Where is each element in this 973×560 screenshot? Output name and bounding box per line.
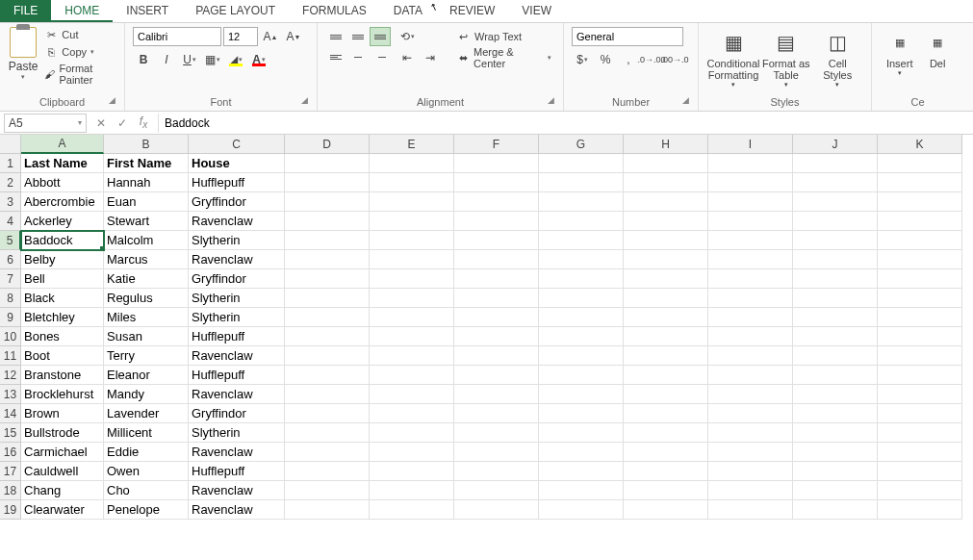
- cell-E4[interactable]: [370, 212, 454, 231]
- cell-D11[interactable]: [285, 346, 370, 366]
- cell-J7[interactable]: [793, 269, 878, 289]
- cell-D8[interactable]: [285, 289, 370, 308]
- cell-I2[interactable]: [708, 173, 793, 192]
- cell-G11[interactable]: [539, 346, 624, 366]
- decrease-indent-button[interactable]: ⇤: [397, 48, 418, 67]
- cell-G15[interactable]: [539, 423, 624, 443]
- cell-H16[interactable]: [624, 443, 708, 462]
- cell-E9[interactable]: [370, 308, 454, 327]
- cell-H4[interactable]: [624, 212, 708, 231]
- cell-H7[interactable]: [624, 269, 708, 289]
- cell-F5[interactable]: [454, 231, 539, 250]
- cell-G5[interactable]: [539, 231, 624, 250]
- cell-E5[interactable]: [370, 231, 454, 250]
- cell-F17[interactable]: [454, 462, 539, 481]
- cell-F18[interactable]: [454, 481, 539, 500]
- cell-B11[interactable]: Terry: [104, 346, 189, 366]
- cell-D5[interactable]: [285, 231, 370, 250]
- cell-G9[interactable]: [539, 308, 624, 327]
- cell-J19[interactable]: [793, 500, 878, 520]
- align-top-button[interactable]: [325, 27, 346, 46]
- cell-B10[interactable]: Susan: [104, 327, 189, 346]
- cell-K7[interactable]: [878, 269, 962, 289]
- cell-J16[interactable]: [793, 443, 878, 462]
- cell-A11[interactable]: Boot: [21, 346, 104, 366]
- cell-D12[interactable]: [285, 366, 370, 385]
- cell-E7[interactable]: [370, 269, 454, 289]
- row-header-5[interactable]: 5: [0, 231, 21, 250]
- cell-I4[interactable]: [708, 212, 793, 231]
- decrease-font-button[interactable]: A▼: [283, 27, 304, 46]
- cell-C19[interactable]: Ravenclaw: [189, 500, 285, 520]
- cell-H1[interactable]: [624, 154, 708, 173]
- row-header-18[interactable]: 18: [0, 481, 21, 500]
- cell-E1[interactable]: [370, 154, 454, 173]
- cell-F11[interactable]: [454, 346, 539, 366]
- cell-J11[interactable]: [793, 346, 878, 366]
- cell-J14[interactable]: [793, 404, 878, 423]
- cell-J2[interactable]: [793, 173, 878, 192]
- cell-K2[interactable]: [878, 173, 962, 192]
- cell-C15[interactable]: Slytherin: [189, 423, 285, 443]
- cell-B2[interactable]: Hannah: [104, 173, 189, 192]
- column-header-F[interactable]: F: [454, 135, 539, 154]
- format-painter-button[interactable]: 🖌 Format Painter: [42, 62, 116, 87]
- cell-F10[interactable]: [454, 327, 539, 346]
- cell-G7[interactable]: [539, 269, 624, 289]
- cell-J5[interactable]: [793, 231, 878, 250]
- font-name-combo[interactable]: [133, 27, 221, 46]
- font-color-button[interactable]: A: [248, 50, 269, 69]
- underline-button[interactable]: U: [179, 50, 200, 69]
- cell-F7[interactable]: [454, 269, 539, 289]
- row-header-8[interactable]: 8: [0, 289, 21, 308]
- cell-E13[interactable]: [370, 385, 454, 404]
- select-all-corner[interactable]: [0, 135, 21, 154]
- cell-K18[interactable]: [878, 481, 962, 500]
- cell-F2[interactable]: [454, 173, 539, 192]
- cell-E17[interactable]: [370, 462, 454, 481]
- cell-A18[interactable]: Chang: [21, 481, 104, 500]
- cell-A2[interactable]: Abbott: [21, 173, 104, 192]
- column-header-H[interactable]: H: [624, 135, 708, 154]
- cell-D13[interactable]: [285, 385, 370, 404]
- row-header-10[interactable]: 10: [0, 327, 21, 346]
- cell-J10[interactable]: [793, 327, 878, 346]
- bold-button[interactable]: B: [133, 50, 154, 69]
- cell-E3[interactable]: [370, 192, 454, 212]
- cell-K3[interactable]: [878, 192, 962, 212]
- cell-H3[interactable]: [624, 192, 708, 212]
- cell-G10[interactable]: [539, 327, 624, 346]
- cell-I15[interactable]: [708, 423, 793, 443]
- increase-indent-button[interactable]: ⇥: [420, 48, 441, 67]
- cell-H19[interactable]: [624, 500, 708, 520]
- cell-G16[interactable]: [539, 443, 624, 462]
- cell-K15[interactable]: [878, 423, 962, 443]
- cell-A7[interactable]: Bell: [21, 269, 104, 289]
- cell-G4[interactable]: [539, 212, 624, 231]
- cell-C6[interactable]: Ravenclaw: [189, 250, 285, 269]
- formula-input[interactable]: [158, 114, 973, 133]
- cell-G17[interactable]: [539, 462, 624, 481]
- cell-B18[interactable]: Cho: [104, 481, 189, 500]
- cell-K19[interactable]: [878, 500, 962, 520]
- cell-A15[interactable]: Bullstrode: [21, 423, 104, 443]
- row-header-19[interactable]: 19: [0, 500, 21, 520]
- cell-I17[interactable]: [708, 462, 793, 481]
- cell-C3[interactable]: Gryffindor: [189, 192, 285, 212]
- cell-A13[interactable]: Brocklehurst: [21, 385, 104, 404]
- cell-F15[interactable]: [454, 423, 539, 443]
- fx-button[interactable]: fx: [133, 115, 154, 130]
- cell-A10[interactable]: Bones: [21, 327, 104, 346]
- cell-B9[interactable]: Miles: [104, 308, 189, 327]
- cell-A16[interactable]: Carmichael: [21, 443, 104, 462]
- cell-H8[interactable]: [624, 289, 708, 308]
- cell-D15[interactable]: [285, 423, 370, 443]
- border-button[interactable]: ▦: [202, 50, 223, 69]
- cell-F1[interactable]: [454, 154, 539, 173]
- cell-E8[interactable]: [370, 289, 454, 308]
- row-header-7[interactable]: 7: [0, 269, 21, 289]
- cell-G1[interactable]: [539, 154, 624, 173]
- cell-K14[interactable]: [878, 404, 962, 423]
- italic-button[interactable]: I: [156, 50, 177, 69]
- row-header-11[interactable]: 11: [0, 346, 21, 366]
